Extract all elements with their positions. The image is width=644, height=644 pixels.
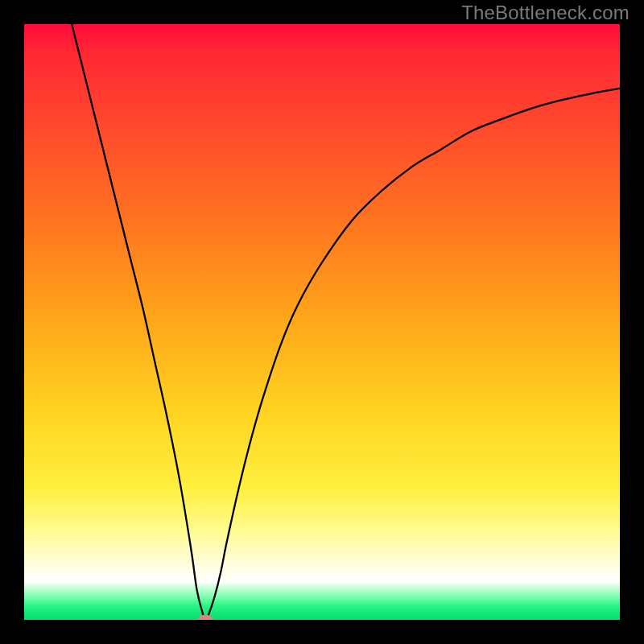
minimum-marker: [197, 615, 213, 621]
plot-area: [24, 24, 620, 620]
curve-svg: [24, 24, 620, 620]
bottleneck-curve: [72, 24, 620, 620]
chart-frame: TheBottleneck.com: [0, 0, 644, 644]
watermark-text: TheBottleneck.com: [461, 2, 630, 24]
